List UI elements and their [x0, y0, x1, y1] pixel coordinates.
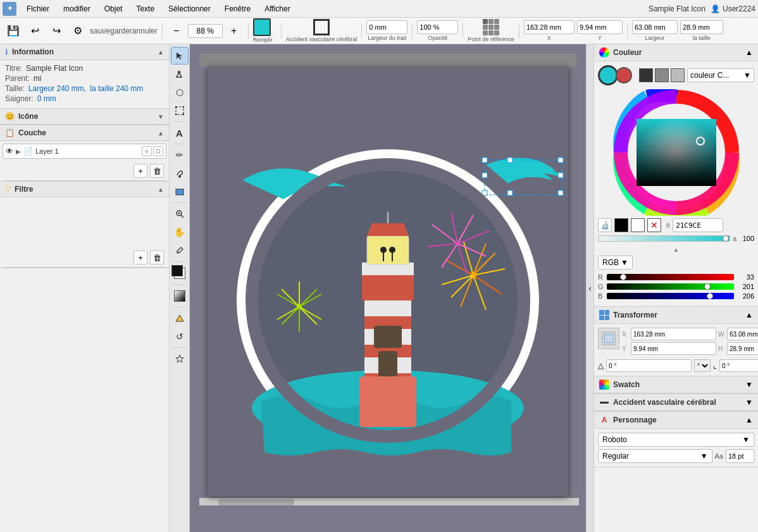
- icone-header[interactable]: 😊 Icône ▼: [0, 109, 169, 125]
- tx-input[interactable]: [631, 328, 716, 340]
- opacity-input[interactable]: [417, 20, 458, 34]
- rect-tool-btn[interactable]: [171, 183, 189, 201]
- swatch-collapse[interactable]: ▼: [745, 380, 753, 389]
- swatch-header[interactable]: Swatch ▼: [594, 376, 758, 393]
- layer-lock-btn[interactable]: □: [153, 146, 163, 156]
- text-tool-btn[interactable]: A: [171, 124, 189, 142]
- couleur-collapse[interactable]: ▲: [745, 48, 753, 57]
- couche-collapse[interactable]: ▲: [158, 130, 164, 137]
- personnage-header[interactable]: A Personnage ▲: [594, 412, 758, 429]
- layer-expand-btn[interactable]: ▶: [16, 148, 21, 155]
- hand-tool-btn[interactable]: ✋: [171, 223, 189, 241]
- filtre-header[interactable]: ▽ Filtre ▲: [0, 182, 169, 197]
- angle1-input[interactable]: [606, 359, 692, 372]
- transform-tool-btn[interactable]: [171, 102, 189, 120]
- preset-dark-box[interactable]: [639, 68, 653, 82]
- secondary-color-circle[interactable]: [616, 67, 632, 84]
- params-button[interactable]: ⚙: [68, 22, 87, 40]
- stroke-collapse[interactable]: ▼: [745, 398, 753, 407]
- zoom-input[interactable]: 88 %: [188, 24, 223, 38]
- color-mode-dropdown[interactable]: couleur C... ▼: [687, 68, 754, 82]
- color-wheel-container[interactable]: [607, 89, 746, 216]
- b-slider[interactable]: [607, 293, 734, 299]
- couche-header[interactable]: 📋 Couche ▲: [0, 125, 169, 141]
- menu-texte[interactable]: Texte: [130, 3, 161, 15]
- rubber-tool-btn[interactable]: ⬡: [171, 84, 189, 101]
- filter-delete-btn[interactable]: 🗑: [150, 251, 164, 264]
- ty-input[interactable]: [631, 342, 716, 355]
- gradient-tool-btn[interactable]: [171, 287, 189, 305]
- zoom-in-button[interactable]: +: [225, 22, 244, 40]
- save-button[interactable]: 💾: [4, 22, 23, 40]
- eyedropper-btn[interactable]: 🔬: [598, 218, 612, 232]
- menu-afficher[interactable]: Afficher: [258, 3, 296, 15]
- white-swatch[interactable]: [631, 218, 645, 232]
- th-input[interactable]: [727, 342, 758, 355]
- select-tool-btn[interactable]: [171, 47, 189, 65]
- font-style-select[interactable]: Regular ▼: [598, 449, 712, 463]
- icone-collapse[interactable]: ▼: [158, 113, 164, 120]
- couleur-header[interactable]: Couleur ▲: [594, 44, 758, 61]
- canvas-main[interactable]: [190, 44, 586, 532]
- angle2-input[interactable]: [719, 359, 758, 372]
- h-input[interactable]: [680, 20, 723, 34]
- y-input[interactable]: [577, 20, 623, 34]
- w-input[interactable]: [632, 20, 678, 34]
- zoom-tool-btn[interactable]: [171, 205, 189, 223]
- star-tool-btn[interactable]: [171, 350, 189, 368]
- undo-button[interactable]: ↩: [25, 22, 44, 40]
- canvas-top-bar: [199, 54, 576, 66]
- menu-fichier[interactable]: Fichier: [20, 3, 56, 15]
- redo-button[interactable]: ↪: [47, 22, 66, 40]
- fg-color-box[interactable]: [171, 265, 183, 276]
- layer-type-icon: 📄: [23, 147, 33, 156]
- layer-visibility-btn[interactable]: 👁: [6, 147, 13, 156]
- color-collapse-arrow[interactable]: ▲: [598, 246, 754, 253]
- filtre-collapse[interactable]: ▲: [158, 186, 164, 193]
- x-input[interactable]: [524, 20, 575, 34]
- dropper-tool-btn[interactable]: [171, 242, 189, 259]
- preset-lgray-box[interactable]: [671, 68, 685, 82]
- stroke-header[interactable]: Accident vasculaire cérébral ▼: [594, 394, 758, 411]
- layer-delete-btn[interactable]: 🗑: [150, 164, 164, 178]
- layer-link-btn[interactable]: ○: [142, 146, 152, 156]
- black-swatch[interactable]: [614, 218, 628, 232]
- tw-input[interactable]: [727, 328, 758, 340]
- h-scrollbar-thumb[interactable]: [218, 499, 294, 505]
- preset-gray-box[interactable]: [655, 68, 669, 82]
- fill-color-btn[interactable]: [253, 18, 271, 36]
- angle1-select[interactable]: °: [694, 359, 711, 372]
- information-collapse[interactable]: ▲: [158, 49, 164, 56]
- font-size-input[interactable]: [726, 449, 754, 463]
- font-name-select[interactable]: Roboto ▼: [598, 433, 754, 447]
- right-collapse-btn[interactable]: ‹: [586, 44, 593, 532]
- g-slider[interactable]: [607, 283, 734, 290]
- none-swatch[interactable]: ✕: [647, 218, 661, 232]
- rotate-tool-btn[interactable]: ↺: [171, 328, 189, 345]
- triangle-tool-btn[interactable]: [171, 309, 189, 327]
- hex-input[interactable]: [673, 218, 723, 232]
- paint-tool-btn[interactable]: [171, 164, 189, 182]
- h-scrollbar[interactable]: [199, 498, 579, 505]
- information-header[interactable]: ℹ Information ▲: [0, 44, 169, 60]
- layer-add-btn[interactable]: +: [134, 164, 147, 178]
- menu-objet[interactable]: Objet: [98, 3, 129, 15]
- transform-preview-icon[interactable]: [598, 328, 619, 349]
- filter-add-btn[interactable]: +: [134, 251, 147, 264]
- personnage-collapse[interactable]: ▲: [745, 416, 753, 424]
- rgb-mode-select[interactable]: RGB ▼: [598, 256, 633, 269]
- r-slider[interactable]: [607, 274, 734, 280]
- stroke-color-btn[interactable]: [313, 19, 330, 35]
- zoom-out-button[interactable]: −: [167, 22, 186, 40]
- transformer-section: Transformer ▲ X: [594, 307, 758, 376]
- ref-point-grid[interactable]: [483, 19, 499, 35]
- transformer-header[interactable]: Transformer ▲: [594, 307, 758, 324]
- node-tool-btn[interactable]: [171, 65, 189, 83]
- pencil-tool-btn[interactable]: ✏: [171, 146, 189, 164]
- menu-modifier[interactable]: modifier: [57, 3, 97, 15]
- menu-selectionner[interactable]: Sélectionner: [162, 3, 217, 15]
- menu-fenetre[interactable]: Fenêtre: [218, 3, 257, 15]
- alpha-slider[interactable]: [598, 235, 730, 242]
- stroke-width-input[interactable]: [366, 20, 407, 34]
- transformer-collapse[interactable]: ▲: [745, 311, 753, 319]
